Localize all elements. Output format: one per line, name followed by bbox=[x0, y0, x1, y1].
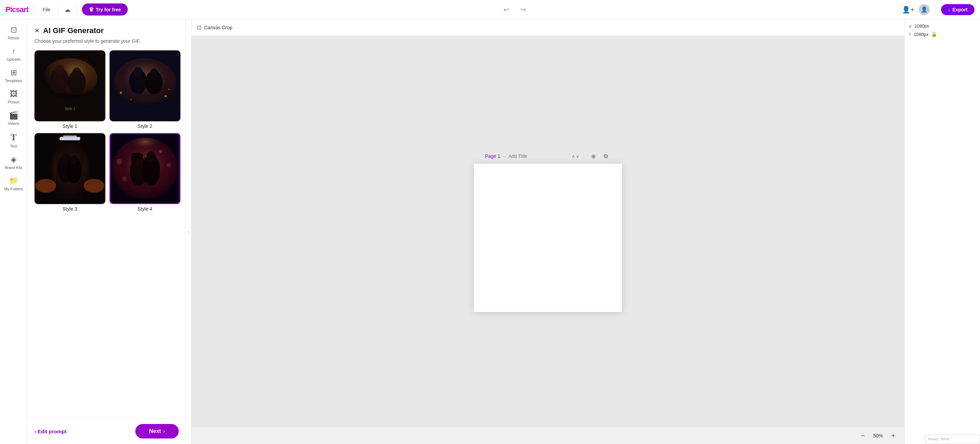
svg-point-40 bbox=[146, 151, 156, 162]
svg-point-11 bbox=[165, 95, 167, 97]
page-copy-button[interactable]: ⧉ bbox=[601, 151, 611, 161]
picsart-logo[interactable]: Picsart bbox=[5, 5, 28, 14]
sidebar-item-resize[interactable]: ⊡ Resize bbox=[2, 22, 26, 43]
topbar-divider-1 bbox=[34, 5, 34, 14]
svg-text:Style 1: Style 1 bbox=[65, 107, 75, 111]
svg-point-38 bbox=[131, 153, 137, 165]
chevron-left-collapse-icon: ‹ bbox=[188, 229, 189, 234]
svg-point-32 bbox=[167, 163, 171, 167]
cloud-save-icon[interactable]: ☁ bbox=[64, 6, 71, 13]
canvas-width-row: w 1080px bbox=[909, 24, 976, 29]
try-free-button[interactable]: ♛ Try for free bbox=[82, 3, 128, 16]
page-title-input[interactable] bbox=[509, 153, 569, 159]
topbar-divider-3 bbox=[76, 5, 76, 14]
zoom-level: 50% bbox=[871, 433, 885, 439]
page-up-button[interactable]: ∧ bbox=[572, 153, 575, 159]
templates-icon: ⊞ bbox=[11, 68, 17, 77]
page-dash: – bbox=[503, 153, 506, 159]
style-1-label: Style 1 bbox=[35, 123, 105, 129]
export-icon: ↓ bbox=[948, 7, 950, 13]
style-card-4[interactable]: Style 4 bbox=[110, 133, 180, 212]
style-card-1[interactable]: Style 1 Style 1 bbox=[35, 50, 105, 129]
svg-point-27 bbox=[84, 179, 104, 193]
file-menu-button[interactable]: File bbox=[40, 5, 53, 14]
topbar-divider-2 bbox=[59, 5, 59, 14]
style-card-2[interactable]: Style 2 bbox=[110, 50, 180, 129]
add-user-icon[interactable]: 👤+ bbox=[902, 5, 915, 14]
sidebar-item-text[interactable]: T Text bbox=[2, 129, 26, 152]
canvas-toolbar: ⊡ Canvas Crop bbox=[191, 19, 904, 36]
videos-icon: 🎬 bbox=[9, 111, 18, 120]
panel-footer: ‹ Edit prompt Next › bbox=[27, 418, 186, 444]
style-image-1: Style 1 bbox=[35, 50, 105, 121]
text-icon: T bbox=[11, 133, 16, 143]
style-grid: Style 1 Style 1 bbox=[35, 50, 179, 212]
close-panel-button[interactable]: ✕ bbox=[35, 27, 40, 35]
svg-point-26 bbox=[35, 179, 56, 193]
upload-icon: ↑ bbox=[12, 47, 16, 56]
topbar: Picsart File ☁ ♛ Try for free ↩ ↪ 👤+ 👤 ↓… bbox=[0, 0, 980, 19]
panel-title: AI GIF Generator bbox=[43, 26, 103, 35]
next-button[interactable]: Next › bbox=[135, 424, 179, 439]
style-2-label: Style 2 bbox=[110, 123, 180, 129]
svg-point-31 bbox=[116, 159, 122, 165]
svg-rect-19 bbox=[63, 136, 77, 137]
page-separator: | bbox=[583, 153, 585, 159]
width-value: 1080px bbox=[915, 24, 929, 29]
chevron-right-icon: › bbox=[163, 428, 165, 434]
canvas-bottom: − 50% + bbox=[191, 428, 904, 444]
svg-point-10 bbox=[130, 99, 132, 100]
right-panel: w 1080px h 1080px 🔒 bbox=[904, 19, 980, 444]
sidebar-item-brand-kits[interactable]: ◈ Brand Kits bbox=[2, 152, 26, 173]
lock-icon[interactable]: 🔒 bbox=[931, 31, 937, 37]
sidebar-item-videos[interactable]: 🎬 Videos bbox=[2, 107, 26, 129]
ai-gif-panel: ✕ AI GIF Generator Choose your preferred… bbox=[27, 19, 186, 444]
svg-point-16 bbox=[150, 69, 158, 78]
zoom-out-button[interactable]: − bbox=[858, 430, 869, 441]
style-card-3[interactable]: Style 3 bbox=[35, 133, 105, 212]
avatar[interactable]: 👤 bbox=[919, 4, 930, 15]
height-label: h bbox=[909, 32, 911, 37]
zoom-in-button[interactable]: + bbox=[888, 430, 899, 441]
canvas-crop-label: Canvas Crop bbox=[204, 25, 232, 30]
edit-prompt-button[interactable]: ‹ Edit prompt bbox=[35, 428, 67, 434]
svg-point-34 bbox=[122, 177, 127, 181]
canvas-viewport[interactable]: Page 1 – ∧ ∨ | ⊕ ⧉ bbox=[191, 36, 904, 428]
svg-point-41 bbox=[143, 157, 146, 161]
sidebar-item-templates[interactable]: ⊞ Templates bbox=[2, 65, 26, 86]
page-add-button[interactable]: ⊕ bbox=[589, 151, 598, 161]
canvas-area: ⊡ Canvas Crop Page 1 – ∧ ∨ | ⊕ ⧉ bbox=[191, 19, 904, 444]
photos-icon: 🖼 bbox=[10, 89, 18, 99]
style-image-3 bbox=[35, 133, 105, 204]
style-4-label: Style 4 bbox=[110, 206, 180, 212]
redo-button[interactable]: ↪ bbox=[517, 4, 529, 15]
panel-content: Style 1 Style 1 bbox=[27, 50, 186, 418]
svg-rect-18 bbox=[60, 137, 80, 140]
panel-collapse-handle[interactable]: ‹ bbox=[186, 19, 191, 444]
svg-point-30 bbox=[124, 137, 165, 158]
page-down-button[interactable]: ∨ bbox=[576, 153, 579, 159]
height-value: 1080px bbox=[914, 32, 929, 37]
sidebar-item-photos[interactable]: 🖼 Photos bbox=[2, 86, 26, 107]
svg-point-14 bbox=[134, 67, 143, 77]
sidebar-item-my-folders[interactable]: 📁 My Folders bbox=[2, 173, 26, 195]
panel-subtitle: Choose your preferred style to generate … bbox=[27, 38, 186, 50]
sidebar-item-uploads[interactable]: ↑ Uploads bbox=[2, 43, 26, 65]
recaptcha-badge: Privacy - Terms bbox=[925, 434, 980, 444]
svg-point-25 bbox=[70, 155, 78, 164]
canvas-height-row: h 1080px 🔒 bbox=[909, 31, 976, 37]
page-label: Page 1 bbox=[485, 153, 500, 159]
export-button[interactable]: ↓ Export bbox=[941, 4, 975, 15]
crown-icon: ♛ bbox=[89, 6, 94, 13]
undo-button[interactable]: ↩ bbox=[501, 4, 512, 15]
my-folders-icon: 📁 bbox=[9, 177, 18, 185]
panel-header: ✕ AI GIF Generator bbox=[27, 19, 186, 38]
chevron-left-icon: ‹ bbox=[35, 428, 36, 434]
canvas-page bbox=[474, 164, 622, 312]
topbar-right: 👤+ 👤 ↓ Export bbox=[902, 4, 975, 15]
svg-point-33 bbox=[159, 150, 162, 153]
style-image-4 bbox=[110, 133, 180, 204]
main-area: ⊡ Resize ↑ Uploads ⊞ Templates 🖼 Photos … bbox=[0, 19, 980, 444]
brand-kits-icon: ◈ bbox=[11, 155, 16, 164]
style-3-label: Style 3 bbox=[35, 206, 105, 212]
